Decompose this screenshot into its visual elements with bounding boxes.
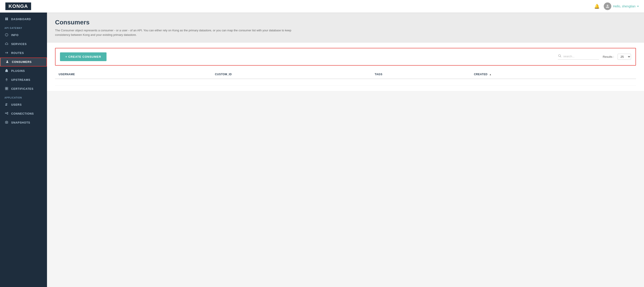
svg-rect-3 [5,19,6,20]
svg-line-24 [560,56,561,57]
col-custom-id: CUSTOM_ID [212,70,371,79]
svg-rect-18 [7,112,8,113]
svg-point-0 [607,5,608,6]
sidebar-label-certificates: CERTIFICATES [11,87,34,90]
sidebar-label-plugins: PLUGINS [11,69,25,73]
sidebar-label-users: USERS [11,103,22,106]
content-area: + CREATE CONSUMER Results : 25 50 100 [47,43,644,91]
bell-icon[interactable]: 🔔 [594,4,600,9]
sidebar-item-upstreams[interactable]: UPSTREAMS [0,76,47,84]
toolbar-right: Results : 25 50 100 [558,54,631,60]
sidebar-item-services[interactable]: SERVICES [0,40,47,49]
sidebar-item-plugins[interactable]: PLUGINS [0,67,47,76]
sidebar-label-routes: ROUTES [11,52,24,55]
sidebar: DASHBOARD API GATEWAY INFO SERVICES ROUT… [0,13,47,287]
svg-line-20 [6,113,7,113]
svg-rect-9 [6,69,7,70]
svg-line-21 [6,113,7,114]
results-per-page-select[interactable]: 25 50 100 [618,54,631,60]
info-icon [4,33,8,37]
svg-rect-19 [7,114,8,114]
user-menu[interactable]: Hello, shengtian ▾ [604,3,639,10]
main-layout: DASHBOARD API GATEWAY INFO SERVICES ROUT… [0,13,644,287]
svg-rect-17 [5,113,6,114]
sidebar-item-dashboard[interactable]: DASHBOARD [0,15,47,24]
toolbar: + CREATE CONSUMER Results : 25 50 100 [55,48,636,66]
search-input[interactable] [563,55,599,58]
routes-icon [4,51,8,55]
connections-icon [4,112,8,116]
col-created[interactable]: CREATED ▲ [470,70,636,79]
table-body [55,79,636,86]
sort-asc-icon: ▲ [489,73,492,76]
svg-rect-2 [7,18,8,19]
sidebar-label-upstreams: UPSTREAMS [11,78,30,82]
users-icon [4,103,8,107]
upstreams-icon [4,78,8,82]
svg-rect-1 [5,18,6,19]
empty-state [55,79,636,86]
svg-rect-13 [5,89,6,90]
snapshots-icon [4,121,8,125]
sidebar-section-application: APPLICATION [0,93,47,100]
svg-point-16 [7,103,8,104]
create-consumer-button[interactable]: + CREATE CONSUMER [60,52,106,61]
svg-point-8 [7,61,8,62]
col-tags: TAGS [371,70,470,79]
sidebar-item-users[interactable]: USERS [0,100,47,109]
avatar [604,3,611,10]
header-right: 🔔 Hello, shengtian ▾ [594,3,639,10]
logo: KONGA [5,3,31,10]
dashboard-icon [4,17,8,21]
table-header-row: USERNAME CUSTOM_ID TAGS CREATED ▲ [55,70,636,79]
cloud-icon [4,42,8,46]
page-description: The Consumer object represents a consume… [55,28,301,37]
svg-rect-12 [7,87,8,88]
sidebar-label-services: SERVICES [11,43,27,46]
search-icon [558,54,562,59]
sidebar-label-snapshots: SNAPSHOTS [11,121,30,124]
top-header: KONGA 🔔 Hello, shengtian ▾ [0,0,644,13]
user-name: Hello, shengtian [613,5,636,8]
svg-rect-4 [7,19,8,20]
sidebar-label-info: INFO [11,34,18,37]
results-label: Results : [602,55,614,59]
sidebar-item-connections[interactable]: CONNECTIONS [0,109,47,118]
consumers-table: USERNAME CUSTOM_ID TAGS CREATED ▲ [55,70,636,86]
sidebar-label-consumers: CONSUMERS [12,61,32,64]
chevron-down-icon: ▾ [637,5,639,8]
main-content: Consumers The Consumer object represents… [47,13,644,287]
consumers-icon [5,60,9,64]
svg-rect-10 [5,71,8,72]
sidebar-label-dashboard: DASHBOARD [11,18,31,21]
plugins-icon [4,69,8,73]
page-banner: Consumers The Consumer object represents… [47,13,644,43]
sidebar-item-snapshots[interactable]: SNAPSHOTS [0,118,47,127]
svg-rect-14 [7,89,8,90]
sidebar-section-api-gateway: API GATEWAY [0,24,47,31]
col-username: USERNAME [55,70,212,79]
sidebar-item-info[interactable]: INFO [0,31,47,40]
sidebar-label-connections: CONNECTIONS [11,112,34,115]
search-box [558,54,599,60]
svg-point-23 [558,55,560,57]
svg-point-22 [6,122,7,123]
page-title: Consumers [55,19,636,26]
svg-point-15 [6,103,6,104]
sidebar-item-consumers[interactable]: CONSUMERS [0,58,47,67]
svg-rect-11 [5,87,6,88]
certificates-icon [4,87,8,91]
empty-row [55,79,636,86]
sidebar-item-routes[interactable]: ROUTES [0,49,47,58]
sidebar-item-certificates[interactable]: CERTIFICATES [0,84,47,93]
